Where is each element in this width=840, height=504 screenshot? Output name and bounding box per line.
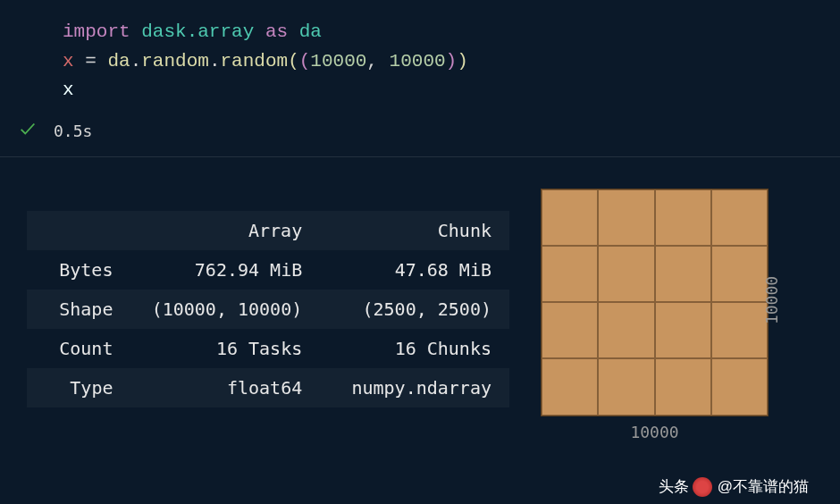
label-bytes: Bytes — [27, 250, 130, 290]
value-shape-chunk: (2500, 2500) — [320, 290, 509, 329]
method-1: random — [141, 51, 209, 71]
table-row-shape: Shape (10000, 10000) (2500, 2500) — [27, 290, 509, 329]
watermark-badge-icon — [693, 477, 712, 497]
chunk-cell — [598, 358, 654, 415]
chunk-cell — [711, 246, 768, 302]
x-axis-label: 10000 — [630, 423, 678, 441]
chunk-cell — [598, 246, 654, 302]
chunk-cell — [542, 189, 598, 246]
watermark: 头条 @不靠谱的猫 — [659, 476, 809, 497]
array-info-table: Array Chunk Bytes 762.94 MiB 47.68 MiB S… — [27, 211, 509, 407]
keyword-as: as — [265, 21, 288, 42]
value-bytes-chunk: 47.68 MiB — [320, 250, 509, 290]
header-chunk: Chunk — [320, 211, 509, 250]
chunk-cell — [542, 246, 598, 302]
value-count-array: 16 Tasks — [130, 329, 320, 368]
label-shape: Shape — [27, 290, 130, 329]
check-icon — [18, 119, 36, 143]
header-array: Array — [130, 211, 320, 250]
y-axis-label: 10000 — [761, 276, 780, 324]
module-alias: da — [299, 21, 322, 42]
chunk-cell — [711, 358, 768, 415]
chunk-cell — [711, 189, 768, 246]
code-line-3: x — [63, 76, 822, 105]
value-type-chunk: numpy.ndarray — [320, 368, 509, 407]
label-count: Count — [27, 329, 130, 368]
chunk-grid — [541, 189, 769, 416]
chunk-cell — [711, 302, 768, 358]
module-name: dask.array — [141, 21, 254, 42]
chunk-cell — [655, 189, 711, 246]
code-cell[interactable]: import dask.array as da x = da.random.ra… — [0, 0, 840, 114]
table-header-row: Array Chunk — [27, 211, 509, 250]
table-row-bytes: Bytes 762.94 MiB 47.68 MiB — [27, 250, 509, 290]
arg-1: 10000 — [310, 51, 366, 71]
chunk-cell — [542, 302, 598, 358]
chunk-cell — [598, 189, 654, 246]
chunk-cell — [655, 358, 711, 415]
value-bytes-array: 762.94 MiB — [130, 250, 320, 290]
output-area: Array Chunk Bytes 762.94 MiB 47.68 MiB S… — [0, 157, 840, 434]
code-line-2: x = da.random.random((10000, 10000)) — [63, 47, 822, 77]
chunk-cell — [598, 302, 654, 358]
arg-2: 10000 — [390, 51, 446, 71]
table-row-count: Count 16 Tasks 16 Chunks — [27, 329, 509, 368]
variable-output: x — [63, 80, 74, 100]
variable: x — [63, 51, 74, 71]
chunk-visualization: 10000 10000 — [541, 184, 769, 416]
label-type: Type — [27, 368, 130, 407]
chunk-cell — [542, 358, 598, 415]
code-line-1: import dask.array as da — [63, 18, 822, 47]
value-count-chunk: 16 Chunks — [320, 329, 509, 368]
operator-eq: = — [85, 51, 97, 71]
chunk-cell — [655, 302, 711, 358]
method-2: random — [221, 51, 289, 71]
watermark-prefix: 头条 — [659, 476, 689, 497]
keyword-import: import — [63, 21, 130, 42]
value-shape-array: (10000, 10000) — [130, 290, 320, 329]
chunk-cell — [655, 246, 711, 302]
execution-time: 0.5s — [54, 122, 92, 140]
header-empty — [27, 211, 130, 250]
execution-status: 0.5s — [0, 114, 840, 156]
table-row-type: Type float64 numpy.ndarray — [27, 368, 509, 407]
watermark-text: @不靠谱的猫 — [718, 476, 809, 497]
object: da — [107, 51, 130, 71]
value-type-array: float64 — [130, 368, 320, 407]
